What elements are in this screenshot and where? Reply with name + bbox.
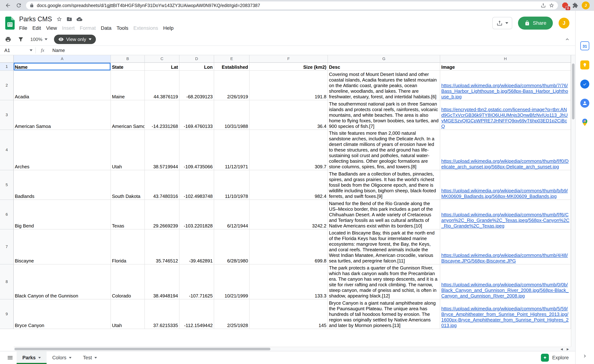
cell-desc-row1[interactable]: Desc [328,63,440,71]
cell-lat-row1[interactable]: Lat [145,63,179,71]
contacts-icon[interactable] [580,99,589,108]
cell-image-row7[interactable]: https://upload.wikimedia.org/wikipedia/c… [440,229,571,265]
adblock-extension-icon[interactable]: 11 [561,2,569,9]
cell-image-row9[interactable]: https://upload.wikimedia.org/wikipedia/c… [440,299,571,329]
cell-established-row9[interactable]: 2/25/1928 [214,299,250,329]
cell-name-row7[interactable]: Biscayne [14,229,111,265]
cell-lat-row7[interactable]: 35.746512 [145,229,179,265]
column-header-B[interactable]: B [111,55,145,63]
reload-button[interactable] [15,2,22,9]
scroll-right-arrow[interactable]: ▶ [565,347,571,351]
cell-established-row5[interactable]: 11/10/1978 [214,170,250,200]
menu-data[interactable]: Data [98,24,114,32]
view-only-button[interactable]: View only [54,35,96,44]
cell-name-row2[interactable]: Acadia [14,71,111,100]
cell-desc-row6[interactable]: Named for the Bend of the Rio Grande alo… [328,200,440,229]
column-header-C[interactable]: C [145,55,179,63]
cell-established-row7[interactable]: 6/28/1980 [214,229,250,265]
account-avatar[interactable]: J [559,18,569,28]
cell-lat-row2[interactable]: 44.3876119 [145,71,179,100]
cell-state-row3[interactable]: American Samoa [111,100,145,130]
horizontal-scrollbar[interactable]: ◀ ▶ [14,347,571,351]
address-bar[interactable]: docs.google.com/spreadsheets/d/1gjttBIT4… [26,1,558,9]
image-link[interactable]: https://upload.wikimedia.org/wikipedia/c… [441,158,569,170]
cell-desc-row7[interactable]: Located in Biscayne Bay, this park at th… [328,229,440,265]
cell-established-row4[interactable]: 11/12/1971 [214,130,250,170]
column-header-A[interactable]: A [14,55,111,63]
tasks-icon[interactable] [580,79,589,89]
cell-state-row5[interactable]: South Dakota [111,170,145,200]
row-header-3[interactable]: 3 [0,100,14,130]
cell-lon-row4[interactable]: -109.4735066 [179,130,214,170]
cell-state-row8[interactable]: Colorado [111,265,145,299]
vertical-scrollbar[interactable] [571,55,575,347]
cell-desc-row5[interactable]: The Badlands are a collection of buttes,… [328,170,440,200]
cell-name-row5[interactable]: Badlands [14,170,111,200]
document-title[interactable]: Parks CMS [19,15,52,23]
filter-icon[interactable] [18,36,24,42]
image-link[interactable]: https://encrypted-tbn2.gstatic.com/licen… [441,107,569,129]
cell-desc-row3[interactable]: The southernmost national park is on thr… [328,100,440,130]
keep-icon[interactable] [580,60,589,70]
row-header-5[interactable]: 5 [0,170,14,200]
menu-format[interactable]: Format [77,24,98,32]
cell-established-row6[interactable]: 6/12/1944 [214,200,250,229]
cell-lat-row5[interactable]: 43.7480316 [145,170,179,200]
cell-image-row6[interactable]: https://upload.wikimedia.org/wikipedia/c… [440,200,571,229]
collapse-toolbar-icon[interactable] [564,36,570,42]
column-header-D[interactable]: D [179,55,214,63]
cell-established-row2[interactable]: 2/26/1919 [214,71,250,100]
cell-lon-row9[interactable]: -112.1549442 [179,299,214,329]
cell-desc-row8[interactable]: The park protects a quarter of the Gunni… [328,265,440,299]
sheet-tab-colors[interactable]: Colors [47,351,77,364]
cell-lat-row3[interactable]: -14.2331268 [145,100,179,130]
hide-side-panel-chevron[interactable] [582,353,588,360]
horizontal-scrollbar-track[interactable] [14,347,559,351]
cell-size-row3[interactable]: 36.4 [250,100,328,130]
row-header-9[interactable]: 9 [0,299,14,329]
cell-size-row9[interactable]: 145 [250,299,328,329]
cell-size-row4[interactable]: 309.7 [250,130,328,170]
browser-profile-avatar[interactable]: J [582,1,590,9]
zoom-control[interactable]: 100% [30,37,47,42]
cell-state-row9[interactable]: Utah [111,299,145,329]
cell-size-row8[interactable]: 133.3 [250,265,328,299]
cell-state-row6[interactable]: Texas [111,200,145,229]
menu-view[interactable]: View [43,24,59,32]
menu-extensions[interactable]: Extensions [131,24,161,32]
cell-lon-row6[interactable]: -103.2201828 [179,200,214,229]
cell-name-row8[interactable]: Black Canyon of the Gunnison [14,265,111,299]
menu-insert[interactable]: Insert [60,24,77,32]
image-link[interactable]: https://upload.wikimedia.org/wikipedia/c… [441,212,569,229]
select-all-corner[interactable] [0,55,14,63]
print-icon[interactable] [5,36,11,42]
cell-name-row6[interactable]: Big Bend [14,200,111,229]
move-to-folder-icon[interactable] [67,16,72,22]
calendar-icon[interactable]: 31 [580,41,589,51]
export-open-button[interactable] [492,17,512,29]
cell-name-row3[interactable]: American Samoa [14,100,111,130]
menu-tools[interactable]: Tools [114,24,131,32]
cell-name-row1[interactable]: Name [14,63,111,71]
row-header-6[interactable]: 6 [0,200,14,229]
cell-size-row2[interactable]: 191.8 [250,71,328,100]
cell-state-row2[interactable]: Maine [111,71,145,100]
bookmark-star-icon[interactable] [549,3,554,8]
cell-lon-row2[interactable]: -68.2039123 [179,71,214,100]
horizontal-scrollbar-thumb[interactable] [14,348,270,350]
menu-file[interactable]: File [17,24,30,32]
cell-lat-row8[interactable]: 38.4948194 [145,265,179,299]
row-header-7[interactable]: 7 [0,229,14,265]
formula-input[interactable]: Name [49,46,575,55]
row-header-1[interactable]: 1 [0,63,14,71]
star-document-icon[interactable] [56,16,62,22]
explore-button[interactable]: ✦ Explore [536,351,574,364]
cell-lon-row1[interactable]: Lon [179,63,214,71]
column-header-E[interactable]: E [214,55,250,63]
image-link[interactable]: https://upload.wikimedia.org/wikipedia/c… [441,252,569,264]
cell-state-row4[interactable]: Utah [111,130,145,170]
menu-edit[interactable]: Edit [30,24,43,32]
cell-established-row8[interactable]: 10/21/1999 [214,265,250,299]
cell-image-row3[interactable]: https://encrypted-tbn2.gstatic.com/licen… [440,100,571,130]
cell-desc-row4[interactable]: This site features more than 2,000 natur… [328,130,440,170]
